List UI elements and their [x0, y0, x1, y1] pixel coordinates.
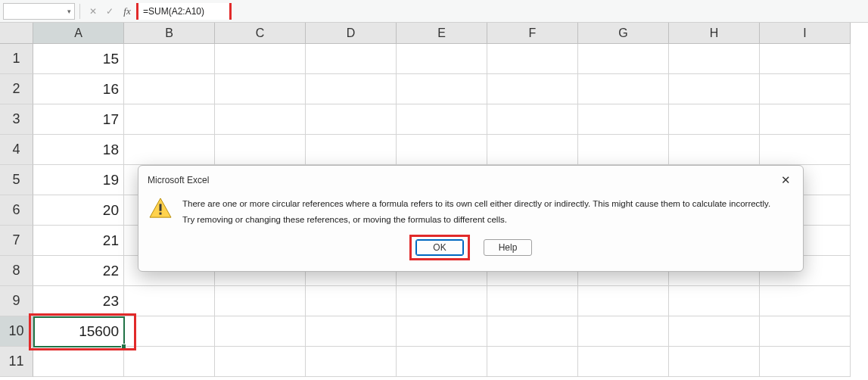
fill-handle[interactable] — [121, 344, 126, 349]
row-header-10[interactable]: 10 — [0, 316, 33, 347]
cell-A5[interactable]: 19 — [33, 165, 124, 195]
cell[interactable] — [760, 347, 851, 377]
cell[interactable] — [760, 316, 851, 347]
cell[interactable] — [760, 286, 851, 316]
cell[interactable] — [669, 286, 760, 316]
col-header-C[interactable]: C — [215, 23, 306, 44]
name-box-dropdown-icon[interactable]: ▾ — [67, 8, 71, 15]
col-header-F[interactable]: F — [487, 23, 578, 44]
row-header-9[interactable]: 9 — [0, 286, 33, 316]
cell[interactable] — [306, 44, 397, 74]
row-header-6[interactable]: 6 — [0, 195, 33, 226]
cell[interactable] — [487, 347, 578, 377]
cell[interactable] — [306, 104, 397, 135]
cell[interactable] — [487, 74, 578, 104]
cell[interactable] — [215, 286, 306, 316]
cell[interactable] — [760, 104, 851, 135]
cell-A10[interactable]: 15600 — [33, 316, 124, 347]
cell[interactable] — [124, 104, 215, 135]
dialog-close-icon[interactable]: ✕ — [776, 172, 795, 188]
cell[interactable] — [306, 286, 397, 316]
cell-A8[interactable]: 22 — [33, 256, 124, 286]
cell[interactable] — [215, 347, 306, 377]
cell[interactable] — [215, 135, 306, 165]
cell[interactable] — [578, 44, 669, 74]
cell[interactable] — [397, 104, 487, 135]
cell-A2[interactable]: 16 — [33, 74, 124, 104]
cell[interactable] — [397, 347, 487, 377]
name-box[interactable]: ▾ — [3, 3, 75, 20]
cell[interactable] — [397, 286, 487, 316]
cell[interactable] — [760, 135, 851, 165]
cell-A4[interactable]: 18 — [33, 135, 124, 165]
cell[interactable] — [215, 44, 306, 74]
row-header-7[interactable]: 7 — [0, 226, 33, 256]
fx-icon[interactable]: fx — [118, 5, 136, 17]
col-header-G[interactable]: G — [578, 23, 669, 44]
cell[interactable] — [487, 135, 578, 165]
cell-A6[interactable]: 20 — [33, 195, 124, 226]
cell[interactable] — [215, 74, 306, 104]
col-header-I[interactable]: I — [760, 23, 851, 44]
cell[interactable] — [578, 74, 669, 104]
cell[interactable] — [669, 135, 760, 165]
cell[interactable] — [215, 316, 306, 347]
cell[interactable] — [306, 135, 397, 165]
cell[interactable] — [578, 286, 669, 316]
cell[interactable] — [487, 286, 578, 316]
row-header-11[interactable]: 11 — [0, 347, 33, 377]
cell[interactable] — [669, 316, 760, 347]
cell[interactable] — [487, 44, 578, 74]
col-header-H[interactable]: H — [669, 23, 760, 44]
cell[interactable] — [397, 44, 487, 74]
cell[interactable] — [578, 347, 669, 377]
row-header-1[interactable]: 1 — [0, 44, 33, 74]
cell-A9[interactable]: 23 — [33, 286, 124, 316]
col-header-D[interactable]: D — [306, 23, 397, 44]
cell[interactable] — [397, 316, 487, 347]
col-header-E[interactable]: E — [397, 23, 487, 44]
row-header-4[interactable]: 4 — [0, 135, 33, 165]
ok-button[interactable]: OK — [415, 239, 464, 256]
cancel-formula-icon: ✕ — [85, 3, 101, 20]
row-header-8[interactable]: 8 — [0, 256, 33, 286]
cell[interactable] — [669, 44, 760, 74]
cell[interactable] — [124, 316, 215, 347]
col-header-A[interactable]: A — [33, 23, 124, 44]
cell[interactable] — [124, 135, 215, 165]
cell[interactable] — [215, 104, 306, 135]
col-header-B[interactable]: B — [124, 23, 215, 44]
cell[interactable] — [669, 104, 760, 135]
cell[interactable] — [578, 135, 669, 165]
row-header-2[interactable]: 2 — [0, 74, 33, 104]
cell-A1[interactable]: 15 — [33, 44, 124, 74]
grid-row: 23 — [33, 286, 851, 316]
cell[interactable] — [124, 286, 215, 316]
cell[interactable] — [124, 74, 215, 104]
cell-A7[interactable]: 21 — [33, 226, 124, 256]
cell[interactable] — [124, 44, 215, 74]
cell[interactable] — [578, 104, 669, 135]
grid-row: 15 — [33, 44, 851, 74]
cell[interactable] — [669, 347, 760, 377]
cell[interactable] — [578, 316, 669, 347]
cell[interactable] — [487, 104, 578, 135]
cell[interactable] — [760, 44, 851, 74]
row-header-5[interactable]: 5 — [0, 165, 33, 195]
select-all-corner[interactable] — [0, 23, 33, 44]
cell[interactable] — [397, 135, 487, 165]
cell[interactable] — [306, 74, 397, 104]
cell-A11[interactable] — [33, 347, 124, 377]
cell[interactable] — [487, 316, 578, 347]
formula-input[interactable]: =SUM(A2:A10) — [138, 3, 229, 20]
cell-A3[interactable]: 17 — [33, 104, 124, 135]
cell[interactable] — [306, 316, 397, 347]
cell[interactable] — [306, 347, 397, 377]
help-button[interactable]: Help — [484, 239, 532, 256]
cell[interactable] — [760, 74, 851, 104]
cell[interactable] — [124, 347, 215, 377]
cell[interactable] — [397, 74, 487, 104]
cell[interactable] — [669, 74, 760, 104]
svg-rect-2 — [160, 213, 162, 215]
row-header-3[interactable]: 3 — [0, 104, 33, 135]
